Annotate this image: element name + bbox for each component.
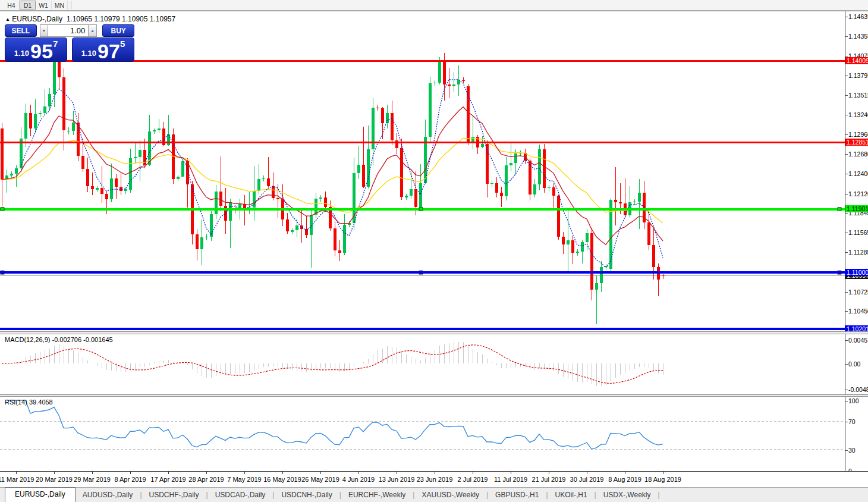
buy-price-display[interactable]: 1.10 97 5 [72, 37, 134, 62]
price-tick-label: 1.10725 [848, 288, 868, 296]
sell-price-sup: 7 [53, 39, 58, 49]
buy-button[interactable]: BUY [102, 24, 134, 37]
level-price-label: 1.12851 [845, 139, 868, 146]
date-tick-label: 16 May 2019 [263, 476, 301, 483]
chart-tab-xauusd-weekly[interactable]: XAUUSD-,Weekly [414, 488, 486, 502]
axis-tick [845, 76, 848, 76]
chart-tab-gbpusd-h1[interactable]: GBPUSD-,H1 [488, 488, 546, 502]
axis-tick [845, 422, 848, 422]
axis-tick [845, 213, 848, 214]
date-tick-label: 20 Mar 2019 [36, 476, 73, 483]
chart-tab-usdcad-daily[interactable]: USDCAD-,Daily [208, 488, 273, 502]
price-axis[interactable]: 1.146351.143551.140751.137951.135151.132… [845, 11, 868, 472]
rsi-tick-label: 30 [848, 447, 856, 454]
ma-medium-line[interactable] [2, 107, 663, 245]
line-handle[interactable] [419, 208, 423, 211]
axis-tick [845, 311, 848, 312]
price-tick-label: 1.14355 [848, 33, 868, 40]
ohlc-open: 1.10965 [67, 15, 92, 23]
sell-button[interactable]: SELL [5, 24, 37, 37]
date-tick-label: 7 May 2019 [227, 476, 261, 483]
timeframe-toolbar: H4D1W1MN [0, 0, 868, 11]
date-tick [92, 472, 93, 474]
date-tick [206, 472, 207, 474]
macd-tick-label: -0.004806 [848, 386, 868, 393]
date-tick-label: 29 Mar 2019 [74, 476, 111, 483]
date-tick [663, 472, 663, 474]
collapse-panel-icon[interactable]: ▲ [5, 17, 10, 22]
timeframe-button-mn[interactable]: MN [52, 1, 68, 10]
chart-tab-usdchf-daily[interactable]: USDCHF-,Daily [142, 488, 206, 502]
date-tick-label: 30 Jul 2019 [570, 476, 604, 483]
date-axis[interactable]: 11 Mar 201920 Mar 201929 Mar 20198 Apr 2… [0, 471, 868, 487]
chart-header: ▲ EURUSD-,Daily 1.10965 1.10979 1.10905 … [5, 15, 175, 23]
date-tick-label: 8 Aug 2019 [608, 476, 641, 483]
price-tick-label: 1.11285 [848, 249, 868, 256]
macd-tick-label: 0.00 [848, 360, 860, 368]
chart-tab-audusd-daily[interactable]: AUDUSD-,Daily [76, 488, 140, 502]
chart-tab-ukoil-h1[interactable]: UKOil-,H1 [548, 488, 595, 502]
timeframe-button-d1[interactable]: D1 [20, 1, 36, 10]
axis-tick [845, 401, 848, 401]
date-tick [511, 472, 511, 474]
price-tick-label: 1.12400 [848, 170, 868, 177]
symbol-label: EURUSD-,Daily [12, 15, 62, 23]
pane-splitter[interactable] [0, 331, 868, 334]
line-handle[interactable] [1, 271, 4, 274]
timeframe-button-w1[interactable]: W1 [36, 1, 52, 10]
rsi-label: RSI(14) 39.4058 [5, 399, 53, 406]
chart-tab-usdx-weekly[interactable]: USDX-,Weekly [596, 488, 658, 502]
buy-price-big: 97 [98, 42, 120, 60]
ma-fast-line[interactable] [21, 79, 663, 268]
pane-splitter[interactable] [0, 394, 868, 397]
axis-tick [845, 252, 848, 253]
axis-tick [845, 340, 848, 341]
one-click-trade-panel: SELL ▾ 1.00 ▴ BUY 1.10 95 7 1.10 97 5 [5, 24, 134, 62]
axis-tick [845, 134, 848, 135]
macd-histogram [2, 342, 663, 386]
level-price-label: 1.11000 [845, 269, 868, 276]
hline-1.12851[interactable] [0, 142, 845, 143]
chart-tab-bar: EURUSD-,DailyAUDUSD-,Daily|USDCHF-,Daily… [0, 487, 868, 502]
rsi-pane-svg[interactable] [0, 397, 845, 471]
line-handle[interactable] [838, 208, 841, 211]
volume-input[interactable]: 1.00 [48, 24, 88, 37]
date-tick [320, 472, 321, 474]
date-tick-label: 4 Jun 2019 [342, 476, 375, 483]
axis-tick [845, 364, 848, 365]
date-tick-label: 11 Mar 2019 [0, 476, 34, 483]
price-tick-label: 1.11565 [848, 229, 868, 236]
date-tick [130, 472, 131, 474]
date-tick [473, 472, 473, 474]
volume-increase-button[interactable]: ▴ [88, 24, 96, 37]
chart-window: ▲ EURUSD-,Daily 1.10965 1.10979 1.10905 … [0, 11, 868, 502]
axis-tick [845, 390, 848, 390]
sell-price-display[interactable]: 1.10 95 7 [5, 37, 67, 62]
buy-price-prefix: 1.10 [81, 49, 96, 58]
date-tick-label: 26 May 2019 [301, 476, 339, 483]
ma-slow-line[interactable] [2, 138, 663, 223]
line-handle[interactable] [838, 271, 841, 274]
axis-tick [845, 95, 848, 96]
axis-tick [845, 233, 848, 233]
ohlc-high: 1.10979 [94, 15, 119, 23]
date-tick-label: 28 Apr 2019 [188, 476, 224, 483]
volume-decrease-button[interactable]: ▾ [40, 24, 48, 37]
chart-tab-eurchf-weekly[interactable]: EURCHF-,Weekly [341, 488, 413, 502]
chart-tab-eurusd-daily[interactable]: EURUSD-,Daily [5, 487, 76, 502]
line-handle[interactable] [419, 271, 423, 274]
date-tick [549, 472, 549, 474]
price-tick-label: 1.12960 [848, 131, 868, 138]
rsi-tick-label: 100 [848, 397, 859, 404]
axis-tick [845, 194, 848, 194]
price-tick-label: 1.13240 [848, 111, 868, 118]
chart-tab-usdcnh-daily[interactable]: USDCNH-,Daily [274, 488, 339, 502]
hline-1.10201[interactable] [0, 328, 845, 330]
date-tick-label: 2 Jul 2019 [458, 476, 488, 483]
macd-pane-svg[interactable] [0, 334, 845, 394]
date-tick-label: 17 Apr 2019 [150, 476, 185, 483]
axis-tick [845, 450, 848, 451]
date-tick-label: 23 Jun 2019 [417, 476, 453, 483]
line-handle[interactable] [1, 208, 4, 211]
timeframe-button-h4[interactable]: H4 [4, 1, 20, 10]
